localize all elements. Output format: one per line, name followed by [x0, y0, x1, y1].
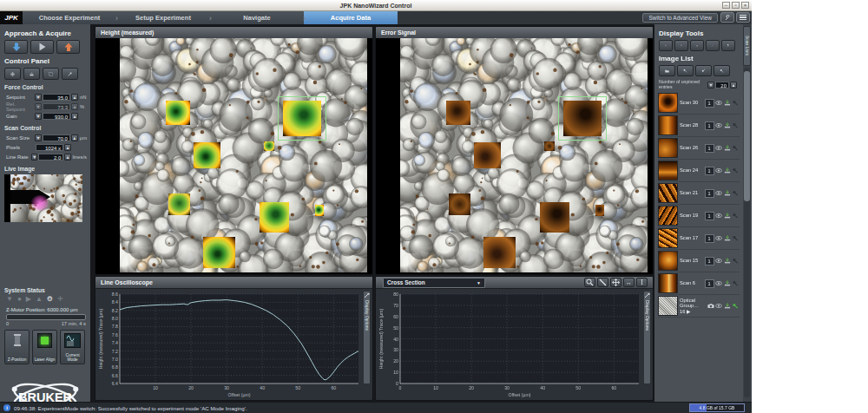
decrement-button[interactable]: ▾	[35, 94, 42, 101]
scan-thumbnail[interactable]	[658, 93, 678, 113]
frame-count-badge[interactable]: 1	[705, 167, 714, 175]
cross-section-dropdown[interactable]: Cross Section ▼	[383, 278, 485, 288]
decrement-button[interactable]: ▾	[35, 103, 42, 110]
scan-thumbnail[interactable]	[658, 228, 678, 248]
switch-advanced-view-button[interactable]: Switch to Advanced View	[642, 13, 718, 23]
pin-icon[interactable]	[732, 167, 739, 174]
close-button[interactable]: ×	[741, 2, 749, 9]
visibility-eye-icon[interactable]	[715, 167, 722, 174]
frame-count-badge[interactable]: 1	[705, 99, 714, 108]
save-export-icon[interactable]	[724, 235, 731, 241]
afm-scan-region[interactable]	[260, 202, 289, 233]
tab-acquire-data[interactable]: Acquire Data	[304, 11, 398, 24]
laser-align-button[interactable]: Laser Align	[32, 330, 57, 364]
afm-scan-region[interactable]	[166, 101, 190, 125]
scan-lists-tab[interactable]: Scan Lists	[743, 26, 751, 66]
afm-scan-region[interactable]	[446, 101, 470, 125]
param-value[interactable]: 930.0	[43, 113, 70, 120]
pin-icon[interactable]	[732, 280, 739, 286]
image-list-row[interactable]: Scan 261	[658, 137, 740, 160]
run-scan-button[interactable]	[30, 40, 54, 54]
afm-scan-region[interactable]	[283, 101, 321, 136]
increment-button[interactable]: ▴	[64, 154, 70, 161]
increment-button[interactable]: ▴	[71, 103, 78, 110]
param-value[interactable]: 70.0	[43, 134, 70, 141]
pin-icon[interactable]	[732, 303, 739, 309]
current-mode-button[interactable]: Current Mode	[60, 330, 85, 364]
height-panel-titlebar[interactable]: Height (measured)	[95, 27, 372, 39]
cursor-tool-button[interactable]: I	[636, 278, 648, 287]
unpinned-entries-value[interactable]: 20	[715, 82, 729, 88]
save-export-icon[interactable]	[724, 190, 731, 196]
frame-count-badge[interactable]: 1	[705, 257, 714, 266]
frame-count-badge[interactable]: 1	[705, 121, 714, 130]
save-export-icon[interactable]	[724, 280, 731, 286]
afm-scan-region[interactable]	[544, 141, 555, 151]
afm-scan-region[interactable]	[474, 142, 501, 168]
measure-tool-button[interactable]	[706, 40, 720, 51]
afm-scan-region[interactable]	[449, 193, 470, 215]
probe-tool-button[interactable]	[62, 68, 78, 80]
scan-thumbnail[interactable]	[658, 183, 678, 203]
approach-button[interactable]	[4, 40, 28, 54]
frame-count-badge[interactable]: 1	[705, 212, 714, 220]
minimize-button[interactable]: –	[722, 2, 730, 9]
image-list-row[interactable]: Scan 241	[658, 160, 740, 182]
pin-up-button[interactable]	[695, 65, 712, 76]
afm-scan-region[interactable]	[194, 142, 220, 168]
h-range-tool-button[interactable]: ↔	[623, 278, 635, 287]
visibility-eye-icon[interactable]	[715, 145, 722, 151]
optical-group-count[interactable]: 16 ▶	[680, 309, 691, 314]
retract-button[interactable]	[56, 40, 80, 54]
display-options-tab[interactable]: Display Options	[643, 291, 651, 384]
maximize-button[interactable]: ▫	[732, 2, 740, 9]
pin-icon[interactable]	[732, 213, 739, 219]
save-export-icon[interactable]	[724, 258, 731, 264]
scan-thumbnail[interactable]	[658, 138, 678, 158]
image-list-row[interactable]: Scan 151	[658, 250, 740, 272]
menu-button[interactable]	[736, 12, 750, 23]
param-value[interactable]: 35.0	[43, 94, 70, 101]
zoom-options-button[interactable]	[674, 40, 688, 51]
z-position-button[interactable]: Z-Position	[4, 330, 30, 364]
image-list-row-optical-group[interactable]: Optical Group…16 ▶	[658, 295, 740, 318]
pin-icon[interactable]	[732, 258, 739, 264]
oscilloscope-titlebar[interactable]: Line Oscilloscope	[95, 277, 372, 289]
param-value[interactable]: 1024 x 1024	[36, 144, 63, 151]
display-options-tab[interactable]: Display Options	[363, 291, 371, 384]
visibility-eye-icon[interactable]	[715, 258, 722, 264]
afm-scan-region[interactable]	[540, 202, 569, 233]
scan-thumbnail[interactable]	[658, 296, 678, 316]
save-export-icon[interactable]	[724, 213, 731, 219]
image-list-row[interactable]: Scan 301	[658, 92, 740, 115]
image-list-row[interactable]: Scan 171	[658, 227, 740, 250]
height-image-area[interactable]	[95, 38, 372, 274]
image-list-scrollbar[interactable]	[744, 68, 750, 397]
pin-all-button[interactable]: °	[677, 65, 694, 76]
increment-button[interactable]: ▴	[71, 134, 78, 141]
visibility-eye-icon[interactable]	[715, 235, 722, 241]
pin-icon[interactable]	[732, 145, 739, 151]
tab-navigate[interactable]: Navigate›	[210, 11, 304, 24]
pin-icon[interactable]	[732, 235, 739, 241]
decrement-button[interactable]: ▾	[35, 113, 42, 120]
stamp-tool-button[interactable]	[690, 40, 704, 51]
param-value[interactable]: 2.0	[38, 154, 63, 161]
save-export-icon[interactable]	[724, 122, 731, 128]
frame-count-badge[interactable]: 1	[705, 234, 714, 243]
afm-scan-region[interactable]	[168, 193, 190, 215]
scan-thumbnail[interactable]	[658, 273, 678, 293]
scan-thumbnail[interactable]	[658, 251, 678, 271]
error-panel-titlebar[interactable]: Error Signal	[376, 27, 653, 39]
tab-setup-experiment[interactable]: Setup Experiment›	[116, 11, 210, 24]
error-image-area[interactable]	[376, 38, 653, 274]
scan-thumbnail[interactable]	[658, 161, 678, 180]
live-image-view[interactable]	[4, 174, 82, 222]
image-list-row[interactable]: Scan 211	[658, 182, 740, 205]
unpinned-increment-button[interactable]: ▴	[730, 82, 737, 88]
image-list-row[interactable]: Scan 61	[658, 272, 740, 295]
image-list-row[interactable]: Scan 281	[658, 115, 740, 137]
afm-scan-region[interactable]	[595, 205, 604, 216]
visibility-eye-icon[interactable]	[715, 280, 722, 286]
decrement-button[interactable]: ▾	[35, 134, 42, 141]
